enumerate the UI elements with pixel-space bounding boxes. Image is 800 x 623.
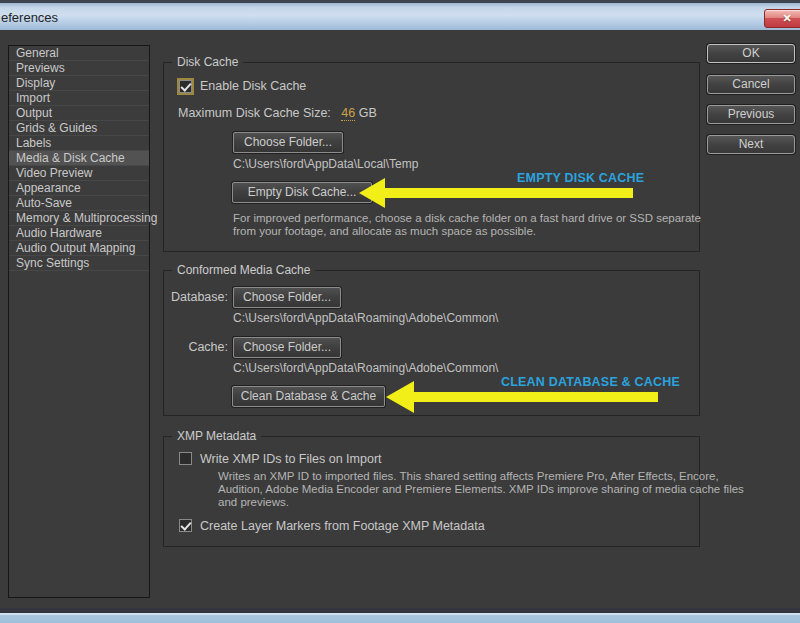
max-disk-cache-size-unit: GB [359, 106, 377, 120]
xmp-metadata-group-title: XMP Metadata [172, 429, 261, 443]
cache-label: Cache: [160, 340, 228, 354]
create-layer-markers-checkbox[interactable] [179, 519, 192, 532]
sidebar-item-previews[interactable]: Previews [9, 61, 149, 76]
yellow-arrow-1-head [359, 178, 385, 208]
disk-cache-choose-folder-button[interactable]: Choose Folder... [233, 132, 343, 153]
window-title: eferences [1, 10, 58, 25]
xmp-help-line-2: Audition, Adobe Media Encoder and Premie… [218, 483, 744, 496]
cache-choose-folder-button[interactable]: Choose Folder... [233, 337, 341, 358]
conformed-media-cache-group-title: Conformed Media Cache [172, 263, 315, 277]
empty-disk-cache-button[interactable]: Empty Disk Cache... [232, 182, 372, 203]
close-icon: ✕ [782, 12, 791, 24]
sidebar-item-output[interactable]: Output [9, 106, 149, 121]
disk-cache-group-title: Disk Cache [172, 55, 243, 69]
close-button[interactable]: ✕ [764, 9, 800, 28]
sidebar-item-import[interactable]: Import [9, 91, 149, 106]
disk-cache-help-text: For improved performance, choose a disk … [233, 212, 701, 238]
previous-button[interactable]: Previous [707, 105, 795, 124]
cache-path: C:\Users\ford\AppData\Roaming\Adobe\Comm… [233, 361, 498, 375]
sidebar-item-grids-guides[interactable]: Grids & Guides [9, 121, 149, 136]
sidebar-item-sync-settings[interactable]: Sync Settings [9, 256, 149, 271]
titlebar: eferences [0, 0, 800, 30]
sidebar-item-general[interactable]: General [9, 46, 149, 61]
enable-disk-cache-label: Enable Disk Cache [200, 79, 306, 93]
yellow-arrow-2-body [413, 392, 658, 402]
sidebar-item-labels[interactable]: Labels [9, 136, 149, 151]
xmp-help-line-1: Writes an XMP ID to imported files. This… [218, 470, 744, 483]
sidebar-item-audio-output-mapping[interactable]: Audio Output Mapping [9, 241, 149, 256]
yellow-arrow-2-head [386, 381, 414, 413]
write-xmp-ids-label: Write XMP IDs to Files on Import [200, 452, 382, 466]
sidebar-item-audio-hardware[interactable]: Audio Hardware [9, 226, 149, 241]
database-choose-folder-button[interactable]: Choose Folder... [233, 287, 341, 308]
annotation-empty-disk-cache: EMPTY DISK CACHE [517, 171, 644, 185]
yellow-arrow-1-body [383, 188, 633, 198]
sidebar-item-appearance[interactable]: Appearance [9, 181, 149, 196]
max-disk-cache-size-row: Maximum Disk Cache Size: 46 GB [178, 106, 377, 120]
write-xmp-ids-checkbox[interactable] [179, 452, 192, 465]
sidebar-item-auto-save[interactable]: Auto-Save [9, 196, 149, 211]
max-disk-cache-size-label: Maximum Disk Cache Size: [178, 106, 331, 120]
sidebar-item-media-disk-cache[interactable]: Media & Disk Cache [9, 151, 149, 166]
sidebar-item-video-preview[interactable]: Video Preview [9, 166, 149, 181]
write-xmp-ids-help-text: Writes an XMP ID to imported files. This… [218, 470, 744, 509]
window-bottom-frame [0, 608, 800, 623]
clean-database-cache-button[interactable]: Clean Database & Cache [232, 386, 385, 407]
sidebar-item-memory-multiprocessing[interactable]: Memory & Multiprocessing [9, 211, 149, 226]
database-path: C:\Users\ford\AppData\Roaming\Adobe\Comm… [233, 311, 498, 325]
sidebar-item-display[interactable]: Display [9, 76, 149, 91]
disk-cache-help-line-2: from your footage, and allocate as much … [233, 225, 701, 238]
max-disk-cache-size-value[interactable]: 46 [341, 106, 355, 121]
create-layer-markers-label: Create Layer Markers from Footage XMP Me… [200, 519, 485, 533]
enable-disk-cache-checkbox[interactable] [179, 80, 192, 93]
disk-cache-help-line-1: For improved performance, choose a disk … [233, 212, 701, 225]
next-button[interactable]: Next [707, 135, 795, 154]
preferences-dialog: eferences ✕ General Previews Display Imp… [0, 0, 800, 623]
preferences-category-list: General Previews Display Import Output G… [8, 45, 150, 598]
xmp-help-line-3: and previews. [218, 496, 744, 509]
database-label: Database: [160, 290, 228, 304]
annotation-clean-database-cache: CLEAN DATABASE & CACHE [501, 375, 680, 389]
ok-button[interactable]: OK [707, 44, 795, 63]
cancel-button[interactable]: Cancel [707, 75, 795, 94]
disk-cache-folder-path: C:\Users\ford\AppData\Local\Temp [233, 157, 418, 171]
